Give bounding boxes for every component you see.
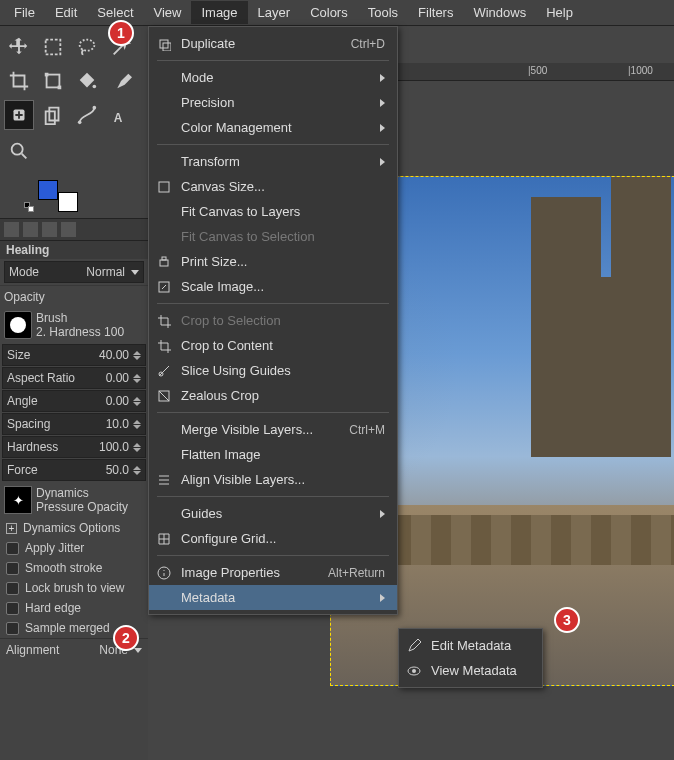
lasso-tool[interactable]	[72, 32, 102, 62]
crop-icon	[157, 339, 171, 353]
svg-text:A: A	[114, 111, 123, 125]
arrow-right-icon	[380, 158, 385, 166]
menubar-item-colors[interactable]: Colors	[300, 1, 358, 24]
bucket-tool[interactable]	[72, 66, 102, 96]
tool-grid: A	[0, 26, 148, 172]
dynamics-preview[interactable]: ✦	[4, 486, 32, 514]
zoom-tool[interactable]	[4, 136, 34, 166]
menubar-item-view[interactable]: View	[144, 1, 192, 24]
path-tool[interactable]	[72, 100, 102, 130]
plus-icon: +	[6, 523, 17, 534]
svg-point-1	[80, 40, 95, 51]
slider-hardness[interactable]: Hardness100.0	[2, 436, 146, 458]
menu-item-metadata[interactable]: Metadata	[149, 585, 397, 610]
slider-aspect-ratio[interactable]: Aspect Ratio0.00	[2, 367, 146, 389]
align-icon	[157, 473, 171, 487]
arrow-right-icon	[380, 510, 385, 518]
brush-name: 2. Hardness 100	[36, 325, 124, 339]
menu-item-guides[interactable]: Guides	[149, 501, 397, 526]
view-icon	[407, 664, 421, 678]
menubar-item-layer[interactable]: Layer	[248, 1, 301, 24]
arrow-right-icon	[380, 594, 385, 602]
menubar-item-image[interactable]: Image	[191, 1, 247, 24]
menu-item-duplicate[interactable]: DuplicateCtrl+D	[149, 31, 397, 56]
checkbox-apply-jitter[interactable]: Apply Jitter	[0, 538, 148, 558]
menubar-item-help[interactable]: Help	[536, 1, 583, 24]
svg-rect-13	[159, 182, 169, 192]
shortcut-text: Alt+Return	[328, 566, 385, 580]
annotation-badge-1: 1	[108, 20, 134, 46]
menu-item-mode[interactable]: Mode	[149, 65, 397, 90]
menu-item-zealous-crop[interactable]: Zealous Crop	[149, 383, 397, 408]
slice-icon	[157, 364, 171, 378]
slider-angle[interactable]: Angle0.00	[2, 390, 146, 412]
slider-force[interactable]: Force50.0	[2, 459, 146, 481]
fg-color[interactable]	[38, 180, 58, 200]
rect-select-tool[interactable]	[38, 32, 68, 62]
annotation-badge-3: 3	[554, 607, 580, 633]
menu-item-align-visible-layers[interactable]: Align Visible Layers...	[149, 467, 397, 492]
checkbox-lock-brush-to-view[interactable]: Lock brush to view	[0, 578, 148, 598]
slider-size[interactable]: Size40.00	[2, 344, 146, 366]
bg-color[interactable]	[58, 192, 78, 212]
menubar-item-tools[interactable]: Tools	[358, 1, 408, 24]
svg-rect-2	[47, 75, 60, 88]
brush-preview[interactable]	[4, 311, 32, 339]
menubar-item-windows[interactable]: Windows	[463, 1, 536, 24]
arrow-right-icon	[380, 74, 385, 82]
checkbox-icon	[6, 582, 19, 595]
heal-tool[interactable]	[4, 100, 34, 130]
tab-icon[interactable]	[61, 222, 76, 237]
default-colors-icon[interactable]	[24, 202, 34, 212]
menu-item-merge-visible-layers[interactable]: Merge Visible Layers...Ctrl+M	[149, 417, 397, 442]
mode-dropdown[interactable]: Mode Normal	[4, 261, 144, 283]
arrow-right-icon	[380, 124, 385, 132]
menu-item-crop-to-content[interactable]: Crop to Content	[149, 333, 397, 358]
menu-item-slice-using-guides[interactable]: Slice Using Guides	[149, 358, 397, 383]
menu-separator	[157, 496, 389, 497]
color-swatch[interactable]	[38, 180, 78, 212]
menu-item-canvas-size[interactable]: Canvas Size...	[149, 174, 397, 199]
menu-separator	[157, 412, 389, 413]
checkbox-hard-edge[interactable]: Hard edge	[0, 598, 148, 618]
tab-icon[interactable]	[23, 222, 38, 237]
svg-point-8	[93, 106, 97, 110]
dynamics-options-expander[interactable]: + Dynamics Options	[0, 518, 148, 538]
move-tool[interactable]	[4, 32, 34, 62]
brush-label: Brush	[36, 311, 124, 325]
svg-point-21	[412, 669, 416, 673]
edit-icon	[407, 639, 421, 653]
text-tool[interactable]: A	[106, 100, 136, 130]
slider-spacing[interactable]: Spacing10.0	[2, 413, 146, 435]
menubar-item-edit[interactable]: Edit	[45, 1, 87, 24]
tab-icon[interactable]	[4, 222, 19, 237]
tab-icon[interactable]	[42, 222, 57, 237]
print-icon	[157, 255, 171, 269]
clone-tool[interactable]	[38, 100, 68, 130]
dynamics-value: Pressure Opacity	[36, 500, 128, 514]
menu-item-image-properties[interactable]: Image PropertiesAlt+Return	[149, 560, 397, 585]
svg-point-5	[93, 85, 97, 89]
transform-tool[interactable]	[38, 66, 68, 96]
submenu-item-view-metadata[interactable]: View Metadata	[399, 658, 542, 683]
submenu-item-edit-metadata[interactable]: Edit Metadata	[399, 633, 542, 658]
checkbox-smooth-stroke[interactable]: Smooth stroke	[0, 558, 148, 578]
menu-item-color-management[interactable]: Color Management	[149, 115, 397, 140]
menu-item-configure-grid[interactable]: Configure Grid...	[149, 526, 397, 551]
crop-icon	[157, 314, 171, 328]
brush-tool[interactable]	[106, 66, 136, 96]
menu-item-fit-canvas-to-layers[interactable]: Fit Canvas to Layers	[149, 199, 397, 224]
menu-item-scale-image[interactable]: Scale Image...	[149, 274, 397, 299]
chevron-down-icon	[134, 648, 142, 653]
menu-item-transform[interactable]: Transform	[149, 149, 397, 174]
menu-item-flatten-image[interactable]: Flatten Image	[149, 442, 397, 467]
dynamics-label: Dynamics	[36, 486, 128, 500]
menu-item-precision[interactable]: Precision	[149, 90, 397, 115]
brush-row: Brush 2. Hardness 100	[0, 307, 148, 343]
svg-point-7	[78, 121, 82, 125]
menubar-item-filters[interactable]: Filters	[408, 1, 463, 24]
menubar-item-file[interactable]: File	[4, 1, 45, 24]
dynamics-options-label: Dynamics Options	[23, 521, 120, 535]
crop-tool[interactable]	[4, 66, 34, 96]
menu-item-print-size[interactable]: Print Size...	[149, 249, 397, 274]
